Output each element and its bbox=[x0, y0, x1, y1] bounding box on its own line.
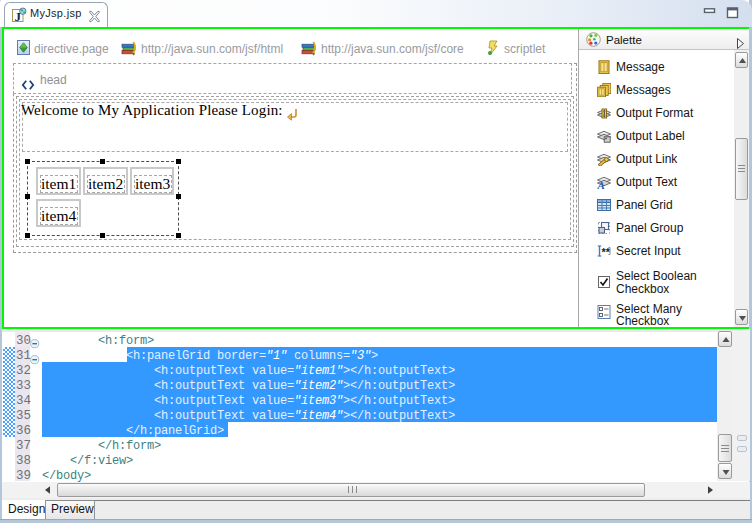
svg-text:A: A bbox=[597, 179, 605, 189]
